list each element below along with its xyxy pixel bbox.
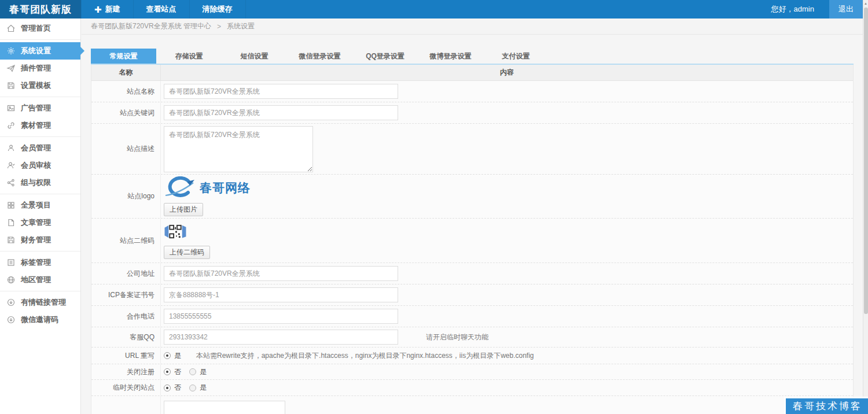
service-qq-input[interactable]: [164, 330, 398, 345]
row-site-name: 站点名称: [91, 81, 853, 102]
sidebar: 管理首页 系统设置 插件管理 设置模板 广告管理 素材管理 会员管理 会员审核 …: [0, 19, 81, 414]
gear-icon: [6, 46, 16, 56]
save-icon: [6, 81, 16, 90]
sidebar-item-member-audit[interactable]: 会员审核: [0, 157, 80, 174]
main-content: 春哥团队新版720VR全景系统 管理中心 > 系统设置 常规设置 存储设置 短信…: [82, 19, 863, 414]
logout-button[interactable]: 退出: [829, 0, 863, 19]
sidebar-item-materials[interactable]: 素材管理: [0, 117, 80, 134]
row-bottom-partial: [91, 396, 853, 414]
row-url-rewrite: URL 重写 是 本站需Rewrite支持，apache为根目录下.htacce…: [91, 348, 853, 364]
tab-sms-settings[interactable]: 短信设置: [222, 49, 287, 64]
sidebar-item-articles[interactable]: 文章管理: [0, 214, 80, 231]
row-site-description: 站点描述 春哥团队新版720VR全景系统: [91, 124, 853, 175]
url-rewrite-yes-radio[interactable]: [164, 352, 171, 359]
sidebar-item-groups-permissions[interactable]: 组与权限: [0, 174, 80, 191]
temp-close-yes-radio[interactable]: [189, 385, 196, 391]
cooperation-phone-input[interactable]: [164, 309, 398, 324]
users-icon: [6, 143, 16, 153]
logo-text: 春哥网络: [200, 180, 251, 196]
wallet-icon: [6, 235, 16, 245]
company-address-input[interactable]: [164, 266, 398, 281]
sidebar-item-plugins[interactable]: 插件管理: [0, 60, 80, 77]
breadcrumb-current: 系统设置: [227, 21, 255, 31]
icp-number-input[interactable]: [164, 287, 398, 302]
site-description-textarea[interactable]: 春哥团队新版720VR全景系统: [164, 126, 313, 172]
scroll-up-arrow-icon[interactable]: ▲: [863, 0, 868, 7]
sidebar-item-wechat-invite[interactable]: 微信邀请码: [0, 311, 80, 328]
home-icon: [6, 24, 16, 33]
image-icon: [6, 104, 16, 113]
row-icp: ICP备案证书号: [91, 284, 853, 306]
row-temp-close-site: 临时关闭站点 否 是: [91, 380, 853, 396]
user-greeting: 您好，admin: [756, 0, 829, 19]
tab-weibo-login-settings[interactable]: 微博登录设置: [418, 49, 483, 64]
upload-qrcode-button[interactable]: 上传二维码: [164, 246, 210, 259]
sidebar-item-tags[interactable]: 标签管理: [0, 254, 80, 271]
table-header: 名称 内容: [91, 65, 853, 81]
row-phone: 合作电话: [91, 306, 853, 327]
vertical-scrollbar[interactable]: ▲: [863, 0, 868, 414]
grid-icon: [6, 201, 16, 210]
watermark: 春哥技术博客: [784, 397, 868, 414]
tab-storage-settings[interactable]: 存储设置: [156, 49, 222, 64]
url-rewrite-hint: 本站需Rewrite支持，apache为根目录下.htaccess，nginx为…: [196, 351, 534, 361]
divider: [0, 136, 80, 137]
site-keywords-input[interactable]: [164, 105, 398, 120]
sidebar-item-system-settings[interactable]: 系统设置: [0, 42, 80, 60]
clear-cache-button[interactable]: 清除缓存: [190, 0, 246, 19]
tab-wechat-login-settings[interactable]: 微信登录设置: [287, 49, 352, 64]
download-circle-icon: [6, 315, 16, 324]
divider: [0, 291, 80, 291]
site-name-input[interactable]: [164, 84, 398, 99]
view-site-button[interactable]: 查看站点: [134, 0, 190, 19]
download-circle-icon: [6, 298, 16, 307]
sidebar-item-vr-projects[interactable]: 全景项目: [0, 197, 80, 214]
list-icon: [6, 258, 16, 267]
sidebar-item-templates[interactable]: 设置模板: [0, 77, 80, 94]
tab-qq-login-settings[interactable]: QQ登录设置: [352, 49, 418, 64]
tab-payment-settings[interactable]: 支付设置: [483, 49, 549, 64]
scrollbar-thumb[interactable]: [864, 8, 868, 314]
site-logo-image: 春哥网络: [164, 176, 251, 199]
link-icon: [6, 121, 16, 130]
breadcrumb-path[interactable]: 春哥团队新版720VR全景系统 管理中心: [91, 21, 211, 31]
row-company-address: 公司地址: [91, 263, 853, 284]
sidebar-item-regions[interactable]: 地区管理: [0, 271, 80, 289]
sidebar-item-friend-links[interactable]: 有情链接管理: [0, 294, 80, 311]
bottom-textarea[interactable]: [164, 401, 285, 414]
divider: [0, 97, 80, 97]
divider: [0, 194, 80, 194]
breadcrumb: 春哥团队新版720VR全景系统 管理中心 > 系统设置: [82, 19, 863, 35]
row-close-register: 关闭注册 否 是: [91, 364, 853, 380]
sidebar-item-admin-home[interactable]: 管理首页: [0, 20, 80, 37]
app-logo: 春哥团队新版: [0, 0, 81, 19]
qq-hint: 请开启临时聊天功能: [426, 332, 488, 342]
plus-icon: ✚: [94, 5, 102, 14]
new-button[interactable]: ✚ 新建: [81, 0, 134, 19]
row-site-keywords: 站点关键词: [91, 102, 853, 124]
globe-icon: [6, 275, 16, 284]
qrcode-image: [164, 222, 187, 242]
close-register-yes-radio[interactable]: [189, 368, 196, 375]
column-header-content: 内容: [161, 65, 853, 80]
tab-general-settings[interactable]: 常规设置: [91, 49, 156, 64]
divider: [0, 251, 80, 252]
share-icon: [6, 178, 16, 187]
row-site-qrcode: 站点二维码 上传二维码: [91, 219, 853, 263]
settings-tabs: 常规设置 存储设置 短信设置 微信登录设置 QQ登录设置 微博登录设置 支付设置: [91, 49, 854, 65]
top-bar: 春哥团队新版 ✚ 新建 查看站点 清除缓存 您好，admin 退出: [0, 0, 863, 19]
top-nav: ✚ 新建 查看站点 清除缓存: [81, 0, 246, 19]
sidebar-item-ads[interactable]: 广告管理: [0, 99, 80, 117]
temp-close-no-radio[interactable]: [164, 385, 171, 391]
sidebar-item-finance[interactable]: 财务管理: [0, 231, 80, 249]
settings-table: 名称 内容 站点名称 站点关键词 站点描述 春哥团队新版720VR全景系统: [91, 65, 854, 414]
row-service-qq: 客服QQ 请开启临时聊天功能: [91, 327, 853, 348]
upload-image-button[interactable]: 上传图片: [164, 203, 203, 216]
sidebar-item-members[interactable]: 会员管理: [0, 139, 80, 157]
paper-plane-icon: [6, 64, 16, 73]
user-check-icon: [6, 161, 16, 170]
settings-panel: 常规设置 存储设置 短信设置 微信登录设置 QQ登录设置 微博登录设置 支付设置…: [91, 49, 854, 414]
topbar-right: 您好，admin 退出: [756, 0, 863, 19]
row-site-logo: 站点logo 春哥网络 上传图片: [91, 175, 853, 219]
close-register-no-radio[interactable]: [164, 368, 171, 375]
